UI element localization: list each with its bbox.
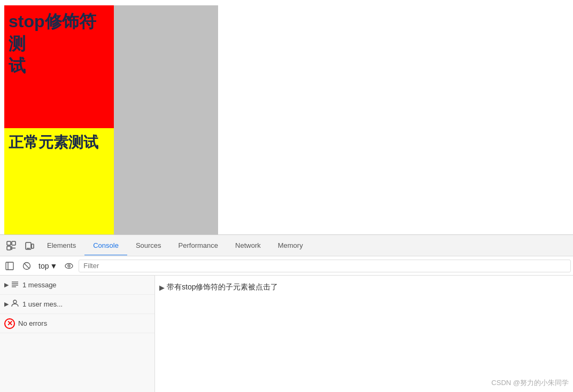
sidebar-toggle-button[interactable] [2,258,17,273]
console-sidebar: ▶ 1 message ▶ [0,276,155,392]
tab-network[interactable]: Network [227,237,269,255]
svg-point-18 [13,300,17,303]
yellow-box-text: 正常元素测试 [4,128,114,157]
tab-memory[interactable]: Memory [269,237,312,255]
svg-point-13 [68,265,70,267]
svg-rect-2 [12,241,16,245]
console-message-text: 带有stop修饰符的子元素被点击了 [167,283,278,292]
console-output: ▶ 带有stop修饰符的子元素被点击了 CSDN @努力的小朱同学 [155,276,573,392]
console-chevron[interactable]: ▶ [159,284,165,292]
console-message-row: ▶ 带有stop修饰符的子元素被点击了 [159,278,569,297]
red-box[interactable]: stop修饰符测试 [4,5,114,128]
context-selector[interactable]: top ▼ [36,261,59,271]
svg-rect-0 [7,241,11,245]
svg-rect-6 [32,244,34,248]
messages-label: 1 message [22,281,57,289]
tab-console[interactable]: Console [84,237,127,255]
no-errors-label: No errors [18,319,47,327]
devtools-topbar: Elements Console Sources Performance Net… [0,235,573,256]
svg-rect-8 [6,262,13,270]
user-icon [11,299,19,309]
filter-input[interactable] [79,260,571,272]
messages-icon [11,280,19,290]
tab-performance[interactable]: Performance [170,237,227,255]
tab-sources[interactable]: Sources [127,237,170,255]
gray-box [114,5,218,235]
sidebar-item-messages[interactable]: ▶ 1 message [0,276,154,295]
demo-container: stop修饰符测试 正常元素测试 [4,5,218,235]
no-errors-icon: ✕ [4,318,15,329]
inspect-icon[interactable] [3,237,20,254]
eye-icon-button[interactable] [61,258,76,273]
tab-elements[interactable]: Elements [38,237,84,255]
user-messages-label: 1 user mes... [22,300,63,308]
sidebar-item-user-messages[interactable]: ▶ 1 user mes... [0,295,154,314]
context-label: top [38,262,49,270]
console-toolbar: top ▼ [0,256,573,276]
arrow-icon: ▶ [4,281,9,288]
svg-rect-1 [7,246,11,250]
svg-line-11 [24,263,29,269]
clear-console-button[interactable] [19,258,34,273]
red-box-text: stop修饰符测试 [4,5,114,83]
console-content: ▶ 1 message ▶ [0,276,573,392]
svg-point-12 [65,263,73,268]
device-toggle-icon[interactable] [21,237,38,254]
context-dropdown-icon: ▼ [50,262,57,270]
yellow-box[interactable]: 正常元素测试 [4,128,114,235]
sidebar-item-no-errors[interactable]: ✕ No errors [0,314,154,333]
devtools-tabs: Elements Console Sources Performance Net… [38,236,571,255]
arrow-icon-2: ▶ [4,301,9,308]
devtools-panel: Elements Console Sources Performance Net… [0,234,573,392]
main-content: stop修饰符测试 正常元素测试 [0,0,573,235]
watermark: CSDN @努力的小朱同学 [491,378,569,388]
